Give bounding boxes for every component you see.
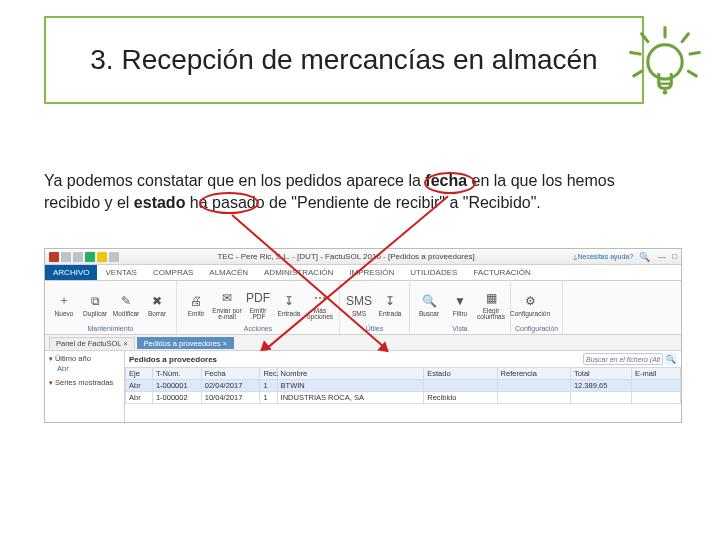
ribbon-button[interactable]: ＋ (54, 291, 74, 311)
ribbon-button[interactable]: 🔍 (419, 291, 439, 311)
document-tabs: Panel de FactuSOL×Pedidos a proveedores× (45, 335, 681, 351)
table-cell: 1-000001 (152, 380, 201, 392)
search-icon[interactable]: 🔍 (639, 252, 650, 262)
ribbon-group-label: Configuración (515, 325, 558, 332)
quick-access-toolbar (49, 252, 119, 262)
ribbon-group: ⚙ConfiguraciónConfiguración (511, 281, 563, 334)
grid-title: Pedidos a proveedores (129, 355, 217, 364)
maximize-button[interactable]: □ (672, 252, 677, 261)
ribbon-button-label: SMS (352, 311, 366, 318)
svg-line-4 (690, 53, 699, 55)
window-title: TEC - Pere Ric, S.L. - [DUT] - FactuSOL … (119, 252, 573, 261)
ribbon-button[interactable]: ▼ (450, 291, 470, 311)
sidebar: Último año Abr Series mostradas (45, 351, 125, 424)
column-header[interactable]: Total (570, 368, 631, 380)
ribbon-button-label: Buscar (419, 311, 439, 318)
table-cell (570, 392, 631, 404)
body-pre: Ya podemos constatar que en los pedidos … (44, 172, 425, 189)
close-icon[interactable]: × (123, 340, 127, 347)
column-header[interactable]: Referencia (497, 368, 570, 380)
ribbon-button[interactable]: ✉ (217, 288, 237, 308)
svg-line-5 (634, 71, 642, 76)
slide-title: 3. Recepción de mercancías en almacén (90, 44, 597, 76)
table-cell (424, 380, 497, 392)
ribbon-group-label: Mantenimiento (49, 325, 172, 332)
table-cell (497, 392, 570, 404)
lightbulb-icon (626, 26, 704, 104)
qat-app-icon[interactable] (49, 252, 59, 262)
ribbon-button-label: Configuración (510, 311, 550, 318)
column-header[interactable]: E-mail (632, 368, 681, 380)
table-cell: 02/04/2017 (201, 380, 260, 392)
help-label[interactable]: ¿Necesitas ayuda? (573, 253, 633, 260)
keyword-estado: estado (134, 194, 186, 211)
column-header[interactable]: Rec. (260, 368, 277, 380)
qat-btn[interactable] (73, 252, 83, 262)
ribbon-group-label: Vista (414, 325, 506, 332)
ribbon-tab[interactable]: FACTURACIÓN (465, 265, 538, 280)
ribbon-tab[interactable]: ARCHIVO (45, 265, 97, 280)
ribbon-tab[interactable]: UTILIDADES (402, 265, 465, 280)
svg-line-3 (631, 53, 640, 55)
minimize-button[interactable]: — (658, 252, 666, 261)
ribbon-group: SMSSMS↧EntradaÚtiles (340, 281, 410, 334)
ribbon-tab[interactable]: VENTAS (97, 265, 144, 280)
ribbon-button[interactable]: ⧉ (85, 291, 105, 311)
qat-btn[interactable] (61, 252, 71, 262)
ribbon-button[interactable]: ↧ (380, 291, 400, 311)
ribbon-group-label: Acciones (181, 325, 335, 332)
search-input[interactable] (583, 353, 663, 365)
table-cell: Recibido (424, 392, 497, 404)
ribbon-button-label: Enviar por e-mail (212, 308, 242, 321)
ribbon-button-label: Entrada (278, 311, 301, 318)
ribbon-button[interactable]: 🖨 (186, 291, 206, 311)
ribbon-button-label: Modificar (113, 311, 139, 318)
column-header[interactable]: Estado (424, 368, 497, 380)
table-cell: 10/04/2017 (201, 392, 260, 404)
sidebar-footer[interactable]: Series mostradas (49, 378, 120, 387)
sidebar-group[interactable]: Último año (49, 354, 120, 363)
ribbon-button[interactable]: ✖ (147, 291, 167, 311)
svg-point-7 (648, 45, 682, 79)
table-cell: 1 (260, 380, 277, 392)
ribbon-button-label: Emitir (188, 311, 205, 318)
ribbon-button[interactable]: ✎ (116, 291, 136, 311)
qat-btn[interactable] (109, 252, 119, 262)
search-button[interactable]: 🔍 (665, 353, 677, 365)
ribbon-button-label: Entrada (379, 311, 402, 318)
svg-line-2 (682, 34, 688, 42)
ribbon-button-label: Elegir columnas (476, 308, 506, 321)
ribbon-button[interactable]: ▦ (481, 288, 501, 308)
ribbon-button[interactable]: PDF (248, 288, 268, 308)
column-header[interactable]: Nombre (277, 368, 424, 380)
main-panel: Pedidos a proveedores 🔍 EjeT-Núm.FechaRe… (125, 351, 681, 424)
ribbon-button[interactable]: SMS (349, 291, 369, 311)
document-tab[interactable]: Pedidos a proveedores× (137, 337, 234, 349)
table-row[interactable]: Abr1-00000210/04/20171INDUSTRIAS ROCA, S… (126, 392, 681, 404)
column-header[interactable]: Fecha (201, 368, 260, 380)
column-header[interactable]: Eje (126, 368, 153, 380)
data-grid: EjeT-Núm.FechaRec.NombreEstadoReferencia… (125, 367, 681, 404)
qat-btn[interactable] (97, 252, 107, 262)
ribbon-button[interactable]: ↧ (279, 291, 299, 311)
ribbon-tab[interactable]: COMPRAS (145, 265, 201, 280)
ribbon-group: 🔍Buscar▼Filtro▦Elegir columnasVista (410, 281, 511, 334)
document-tab[interactable]: Panel de FactuSOL× (49, 337, 135, 349)
ribbon-button[interactable]: ⚙ (520, 291, 540, 311)
column-header[interactable]: T-Núm. (152, 368, 201, 380)
ribbon-group: ＋Nuevo⧉Duplicar✎Modificar✖BorrarMantenim… (45, 281, 177, 334)
ribbon-button-label: Nuevo (55, 311, 74, 318)
close-icon[interactable]: × (223, 340, 227, 347)
table-row[interactable]: Abr1-00000102/04/20171BTWIN12.389,65 (126, 380, 681, 392)
qat-btn[interactable] (85, 252, 95, 262)
table-cell: BTWIN (277, 380, 424, 392)
table-cell: 1 (260, 392, 277, 404)
table-cell: Abr (126, 392, 153, 404)
table-cell (632, 392, 681, 404)
ribbon-button-label: Borrar (148, 311, 166, 318)
app-screenshot: TEC - Pere Ric, S.L. - [DUT] - FactuSOL … (44, 248, 682, 423)
ribbon-tab[interactable]: ALMACÉN (201, 265, 256, 280)
sidebar-item[interactable]: Abr (49, 363, 120, 374)
title-bar: TEC - Pere Ric, S.L. - [DUT] - FactuSOL … (45, 249, 681, 265)
annotation-oval-estado (199, 192, 259, 214)
